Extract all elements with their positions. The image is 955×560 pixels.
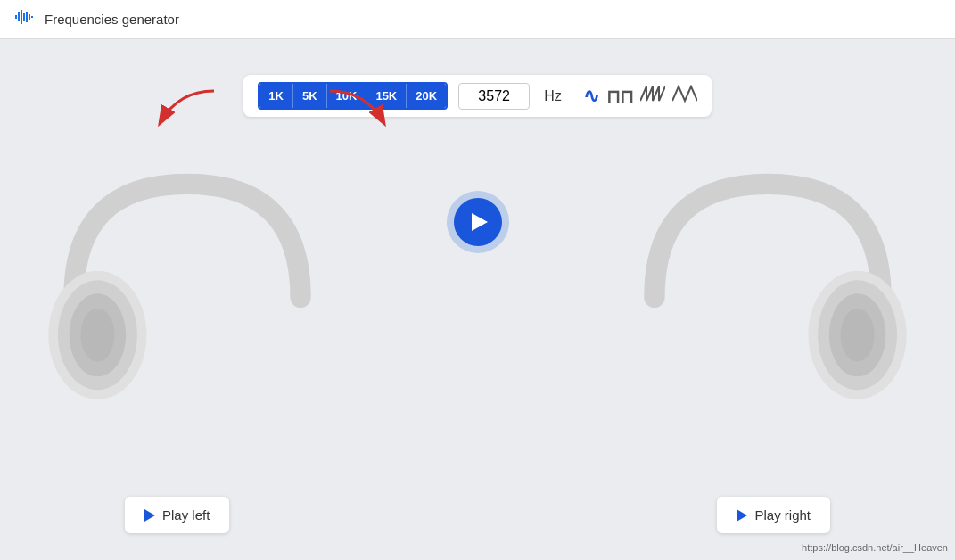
arrow-left <box>143 82 223 144</box>
main-content: 1K 5K 10K 15K 20K Hz ∿ ⊓⊓ <box>0 39 955 560</box>
triangle-wave-icon[interactable] <box>672 85 697 107</box>
freq-btn-20k[interactable]: 20K <box>407 84 446 108</box>
audio-waveform-icon <box>14 6 36 32</box>
svg-rect-4 <box>26 12 28 22</box>
play-left-icon <box>144 509 155 522</box>
play-center-inner <box>454 198 502 246</box>
frequency-input[interactable] <box>458 83 530 110</box>
controls-bar: 1K 5K 10K 15K 20K Hz ∿ ⊓⊓ <box>243 75 711 117</box>
play-right-icon <box>737 509 747 522</box>
square-wave-icon[interactable]: ⊓⊓ <box>606 86 633 107</box>
freq-btn-1k[interactable]: 1K <box>259 84 293 108</box>
svg-rect-2 <box>21 10 22 24</box>
arrow-right <box>321 82 401 144</box>
watermark: https://blog.csdn.net/air__Heaven <box>802 542 948 553</box>
svg-point-16 <box>841 309 875 361</box>
headphone-left <box>45 146 330 467</box>
headphone-right <box>625 146 910 467</box>
title-bar: Frequencies generator <box>0 0 955 39</box>
play-left-label: Play left <box>162 507 210 523</box>
sawtooth-wave-icon[interactable] <box>640 85 665 107</box>
svg-rect-6 <box>31 16 33 18</box>
play-left-button[interactable]: Play left <box>125 497 229 533</box>
svg-rect-5 <box>29 14 30 20</box>
svg-rect-0 <box>15 15 17 19</box>
play-triangle-icon <box>472 213 488 231</box>
play-right-button[interactable]: Play right <box>717 497 830 533</box>
app-title: Frequencies generator <box>45 12 179 27</box>
svg-rect-3 <box>23 13 25 21</box>
play-center-button[interactable] <box>447 191 509 253</box>
headphones-area: Play left Play right <box>0 119 955 560</box>
waveform-selector: ∿ ⊓⊓ <box>583 85 697 108</box>
svg-point-12 <box>80 309 114 361</box>
svg-rect-1 <box>18 12 20 21</box>
hz-label: Hz <box>544 88 562 104</box>
play-right-label: Play right <box>754 507 811 523</box>
sine-wave-icon[interactable]: ∿ <box>583 85 599 108</box>
